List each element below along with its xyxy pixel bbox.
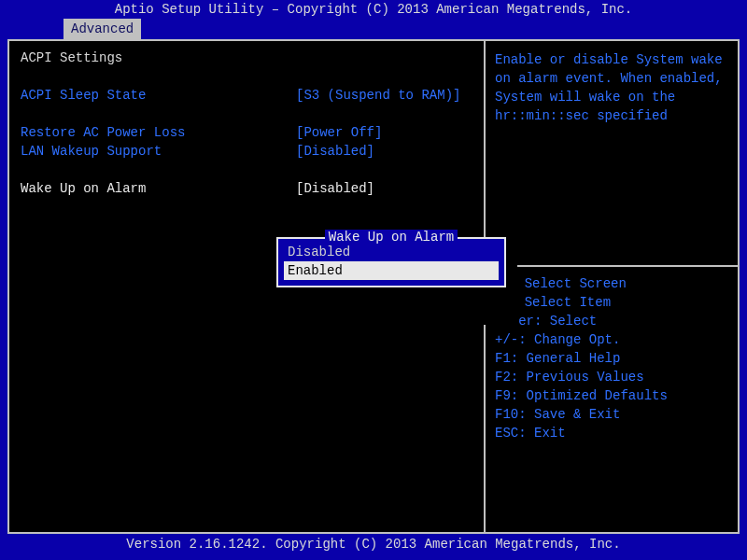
popup-title-text: Wake Up on Alarm (325, 230, 458, 245)
spacer (21, 161, 472, 179)
label-acpi-sleep: ACPI Sleep State (21, 86, 296, 105)
help-text: Enable or disable System wake on alarm e… (486, 41, 738, 265)
settings-pane: ACPI Settings ACPI Sleep State [S3 (Susp… (9, 41, 486, 532)
spacer (21, 105, 472, 123)
help-line: hr::min::sec specified (495, 106, 728, 125)
key-legend: →←: Select Screen ↑↓: Select Item Enter:… (486, 267, 738, 450)
tab-row: Advanced (0, 19, 747, 39)
popup-title: Wake Up on Alarm (278, 230, 504, 245)
value-acpi-sleep: [S3 (Suspend to RAM)] (296, 86, 472, 105)
help-line: on alarm event. When enabled, (495, 69, 728, 88)
row-lan-wakeup[interactable]: LAN Wakeup Support [Disabled] (21, 142, 472, 161)
value-wake-alarm: [Disabled] (296, 179, 472, 198)
section-title: ACPI Settings (21, 50, 472, 65)
key-f10: F10: Save & Exit (495, 405, 728, 424)
key-f9: F9: Optimized Defaults (495, 386, 728, 405)
value-lan-wakeup: [Disabled] (296, 142, 472, 161)
title-bar: Aptio Setup Utility – Copyright (C) 2013… (0, 0, 747, 19)
popup-option-disabled[interactable]: Disabled (284, 243, 499, 261)
bios-screen: Aptio Setup Utility – Copyright (C) 2013… (0, 0, 747, 560)
key-esc: ESC: Exit (495, 424, 728, 442)
footer-bar: Version 2.16.1242. Copyright (C) 2013 Am… (0, 534, 747, 554)
label-wake-alarm: Wake Up on Alarm (21, 179, 296, 198)
key-f1: F1: General Help (495, 349, 728, 368)
help-line: System will wake on the (495, 88, 728, 106)
row-acpi-sleep[interactable]: ACPI Sleep State [S3 (Suspend to RAM)] (21, 86, 472, 105)
footer-text: Version 2.16.1242. Copyright (C) 2013 Am… (126, 537, 620, 552)
key-select-screen: →←: Select Screen (495, 274, 728, 293)
key-select-item: ↑↓: Select Item (495, 293, 728, 312)
tab-advanced[interactable]: Advanced (63, 19, 141, 39)
help-line: Enable or disable System wake (495, 50, 728, 69)
label-lan-wakeup: LAN Wakeup Support (21, 142, 296, 161)
help-pane: Enable or disable System wake on alarm e… (486, 41, 738, 532)
title-text: Aptio Setup Utility – Copyright (C) 2013… (115, 2, 633, 17)
main-frame: ACPI Settings ACPI Sleep State [S3 (Susp… (7, 39, 740, 534)
key-change-opt: +/-: Change Opt. (495, 330, 728, 349)
label-restore-ac: Restore AC Power Loss (21, 123, 296, 142)
value-restore-ac: [Power Off] (296, 123, 472, 142)
key-enter: Enter: Select (495, 312, 728, 330)
key-f2: F2: Previous Values (495, 368, 728, 386)
popup-option-enabled[interactable]: Enabled (284, 261, 499, 280)
row-wake-alarm[interactable]: Wake Up on Alarm [Disabled] (21, 179, 472, 198)
row-restore-ac[interactable]: Restore AC Power Loss [Power Off] (21, 123, 472, 142)
option-popup: Wake Up on Alarm Disabled Enabled (276, 237, 506, 287)
